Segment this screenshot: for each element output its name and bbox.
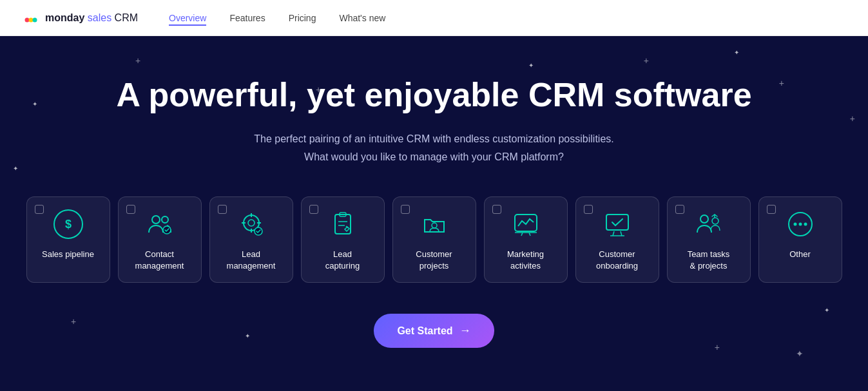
decoration: +: [850, 113, 855, 124]
arrow-right-icon: →: [459, 324, 471, 338]
card-checkbox[interactable]: [584, 205, 593, 214]
svg-point-36: [804, 222, 807, 225]
decoration: +: [715, 342, 720, 352]
card-team-tasks[interactable]: Team tasks& projects: [667, 196, 751, 283]
card-label: Customerprojects: [416, 249, 452, 272]
star-decoration: ✦: [245, 332, 250, 339]
user-switch-icon: [692, 207, 726, 241]
card-label: Leadcapturing: [325, 249, 360, 272]
hero-subtitle: The perfect pairing of an intuitive CRM …: [254, 130, 613, 165]
card-checkbox[interactable]: [675, 205, 684, 214]
decoration: ✦: [796, 348, 804, 359]
card-checkbox[interactable]: [492, 205, 501, 214]
decoration: +: [135, 55, 140, 66]
decoration: +: [71, 316, 76, 327]
dots-circle-icon: [784, 207, 817, 241]
nav-item-overview[interactable]: Overview: [169, 12, 206, 24]
svg-point-2: [29, 17, 34, 22]
card-checkbox[interactable]: [126, 205, 135, 214]
dollar-circle-icon: $: [52, 207, 85, 241]
svg-rect-22: [515, 215, 537, 231]
card-label: Sales pipeline: [42, 249, 94, 260]
nav-item-features[interactable]: Features: [229, 12, 265, 24]
svg-rect-16: [335, 215, 351, 234]
card-label: Other: [789, 249, 811, 260]
card-lead-capturing[interactable]: Leadcapturing: [301, 196, 385, 283]
target-check-icon: [235, 207, 268, 241]
logo[interactable]: monday sales CRM: [21, 8, 138, 28]
nav-links: Overview Features Pricing What's new: [169, 12, 385, 24]
card-customer-projects[interactable]: Customerprojects: [392, 196, 476, 283]
svg-point-31: [712, 218, 719, 224]
svg-line-27: [613, 231, 614, 236]
decoration: +: [644, 55, 649, 66]
star-decoration: ✦: [734, 49, 739, 56]
card-lead-management[interactable]: Leadmanagement: [209, 196, 293, 283]
hero-title: A powerful, yet enjoyable CRM software: [116, 75, 751, 115]
get-started-button[interactable]: Get Started →: [374, 314, 494, 348]
svg-line-28: [621, 231, 622, 236]
svg-text:$: $: [64, 218, 71, 231]
card-checkbox[interactable]: [218, 205, 227, 214]
card-label: Team tasks& projects: [688, 249, 730, 272]
svg-point-1: [25, 17, 30, 22]
card-label: Leadmanagement: [227, 249, 276, 272]
clipboard-edit-icon: [326, 207, 360, 241]
activity-chart-icon: [509, 207, 543, 241]
svg-point-21: [432, 223, 437, 228]
card-customer-onboarding[interactable]: Customeronboarding: [575, 196, 659, 283]
decoration: +: [316, 84, 321, 95]
decoration: +: [779, 78, 784, 88]
navbar: monday sales CRM Overview Features Prici…: [0, 0, 868, 36]
card-sales-pipeline[interactable]: $ Sales pipeline: [26, 196, 110, 283]
nav-item-whats-new[interactable]: What's new: [339, 12, 385, 24]
svg-point-3: [33, 17, 37, 22]
logo-text: monday sales CRM: [45, 12, 138, 24]
users-check-icon: [143, 207, 177, 241]
card-marketing-activites[interactable]: Marketingactivites: [484, 196, 568, 283]
star-decoration: ✦: [13, 165, 18, 172]
card-checkbox[interactable]: [767, 205, 776, 214]
svg-point-35: [798, 222, 802, 225]
svg-point-30: [700, 215, 708, 223]
card-checkbox[interactable]: [401, 205, 410, 214]
svg-point-10: [248, 220, 255, 226]
svg-point-7: [162, 216, 168, 223]
svg-rect-26: [606, 215, 628, 230]
svg-point-34: [793, 222, 796, 225]
star-decoration: ✦: [32, 100, 37, 108]
cta-label: Get Started: [397, 325, 452, 337]
star-decoration: ✦: [528, 62, 534, 69]
card-checkbox[interactable]: [309, 205, 318, 214]
card-contact-management[interactable]: Contactmanagement: [118, 196, 202, 283]
options-grid: $ Sales pipeline Contactmanagement: [26, 196, 842, 283]
hero-section: + + + + + + + ✦ ✦ ✦ ✦ ✦ ✦ ✦ A powerful, …: [0, 36, 868, 391]
card-label: Contactmanagement: [135, 249, 184, 272]
card-checkbox[interactable]: [35, 205, 44, 214]
star-decoration: ✦: [824, 307, 829, 314]
monitor-check-icon: [601, 207, 634, 241]
card-other[interactable]: Other: [758, 196, 842, 283]
card-label: Customeronboarding: [596, 249, 638, 272]
folder-user-icon: [418, 207, 451, 241]
card-label: Marketingactivites: [507, 249, 544, 272]
svg-point-6: [152, 216, 160, 224]
nav-item-pricing[interactable]: Pricing: [289, 12, 316, 24]
